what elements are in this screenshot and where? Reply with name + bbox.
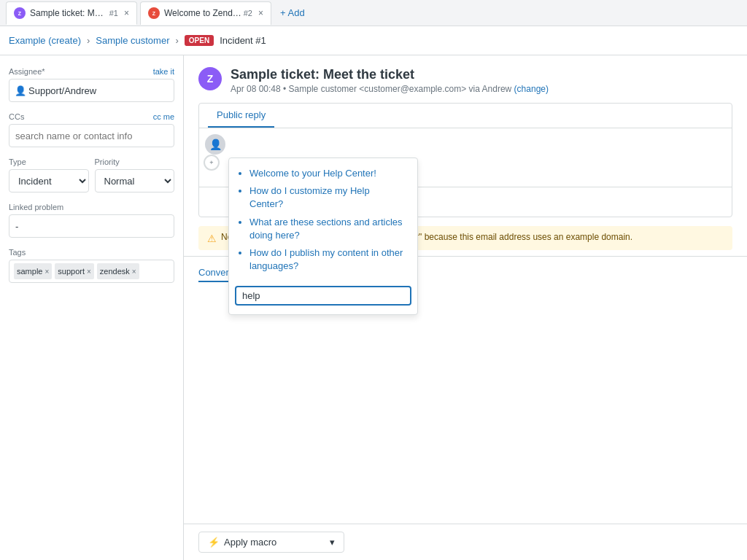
linked-problem-group: Linked problem	[9, 203, 174, 238]
breadcrumb-sep-1: ›	[87, 35, 90, 46]
linked-problem-input[interactable]	[9, 214, 174, 238]
user-icon: 👤	[15, 85, 26, 96]
tab-1-label: Sample ticket: Meet the ticket	[30, 8, 108, 18]
take-it-link[interactable]: take it	[153, 67, 174, 76]
tab-2-number: #2	[244, 9, 252, 18]
ticket-meta: Apr 08 00:48 • Sample customer <customer…	[231, 84, 549, 94]
svg-text:Z: Z	[152, 11, 156, 16]
tab-2-label: Welcome to Zendesk Talk!	[164, 8, 242, 18]
ticket-info: Sample ticket: Meet the ticket Apr 08 00…	[231, 67, 549, 94]
breadcrumb-bar: Example (create) › Sample customer › ope…	[0, 26, 747, 55]
tab-1-close[interactable]: ×	[124, 8, 129, 18]
tag-sample-close[interactable]: ×	[44, 268, 49, 276]
reply-tab-bar: Public reply	[199, 104, 732, 128]
assignee-group: Assignee* take it 👤	[9, 67, 174, 102]
tags-group: Tags sample × support × zendesk ×	[9, 248, 174, 283]
tab-icon-1: Z	[14, 7, 26, 19]
macro-label: Apply macro	[224, 537, 276, 548]
type-label: Type	[9, 158, 89, 166]
tab-1-number: #1	[109, 9, 118, 18]
suggestion-item-3[interactable]: What are these sections and articles doi…	[249, 216, 406, 242]
assignee-input-wrapper: 👤	[9, 79, 174, 102]
svg-text:Z: Z	[18, 11, 22, 16]
type-select[interactable]: Incident	[9, 169, 89, 192]
conversation-list	[184, 289, 747, 524]
main-layout: Assignee* take it 👤 CCs cc me Type	[0, 55, 747, 560]
assignee-label: Assignee* take it	[9, 67, 174, 76]
tab-ticket-1[interactable]: Z Sample ticket: Meet the ticket #1 ×	[6, 1, 137, 25]
priority-group: Priority Normal	[95, 158, 175, 192]
tag-zendesk: zendesk ×	[97, 263, 139, 279]
tab-2-close[interactable]: ×	[258, 8, 263, 18]
reply-avatar: 👤	[205, 134, 225, 155]
ccs-group: CCs cc me	[9, 112, 174, 147]
suggestion-item-2[interactable]: How do I customize my Help Center?	[249, 184, 406, 211]
cc-me-link[interactable]: cc me	[153, 112, 174, 121]
suggestion-item-4[interactable]: How do I publish my content in other lan…	[249, 246, 406, 273]
type-group: Type Incident	[9, 158, 89, 192]
tab-add-button[interactable]: + Add	[274, 7, 311, 18]
tag-zendesk-close[interactable]: ×	[132, 268, 136, 276]
sidebar: Assignee* take it 👤 CCs cc me Type	[0, 55, 184, 560]
reply-avatar-ring: +	[204, 155, 220, 171]
tag-support-close[interactable]: ×	[87, 268, 91, 276]
warning-icon: ⚠	[207, 233, 217, 244]
ticket-change-link[interactable]: (change)	[514, 84, 549, 94]
suggestions-popup: Welcome to your Help Center! How do I cu…	[228, 158, 418, 315]
breadcrumb-incident: Incident #1	[220, 35, 266, 46]
ticket-header: Z Sample ticket: Meet the ticket Apr 08 …	[184, 55, 747, 94]
macro-left: ⚡ Apply macro	[208, 537, 276, 548]
tab-ticket-2[interactable]: Z Welcome to Zendesk Talk! #2 ×	[140, 1, 271, 25]
linked-problem-label: Linked problem	[9, 203, 174, 211]
ccs-input[interactable]	[9, 124, 174, 147]
tags-label: Tags	[9, 248, 174, 257]
content-area: Z Sample ticket: Meet the ticket Apr 08 …	[184, 55, 747, 560]
type-priority-row: Type Incident Priority Normal	[9, 158, 174, 203]
reply-content[interactable]: 👤 + Welcome to your Help Center! How do …	[199, 128, 732, 187]
assignee-input[interactable]	[9, 79, 174, 102]
suggestion-search-input[interactable]	[235, 286, 411, 306]
tag-support: support ×	[55, 263, 94, 279]
tab-bar: Z Sample ticket: Meet the ticket #1 × Z …	[0, 0, 747, 26]
tags-container[interactable]: sample × support × zendesk ×	[9, 260, 174, 283]
ccs-label: CCs cc me	[9, 112, 174, 121]
suggestion-item-1[interactable]: Welcome to your Help Center!	[249, 167, 406, 180]
ticket-title: Sample ticket: Meet the ticket	[231, 67, 549, 82]
breadcrumb-customer[interactable]: Sample customer	[96, 35, 169, 46]
breadcrumb-example[interactable]: Example (create)	[9, 35, 81, 46]
ticket-avatar: Z	[198, 67, 222, 90]
macro-chevron: ▾	[330, 537, 335, 548]
tab-icon-2: Z	[148, 7, 160, 19]
reply-area: Public reply 👤 + Welcome to your Help Ce…	[198, 103, 732, 217]
tag-sample: sample ×	[14, 263, 52, 279]
flash-icon: ⚡	[208, 537, 220, 548]
priority-select[interactable]: Normal	[95, 169, 175, 192]
public-reply-tab[interactable]: Public reply	[208, 104, 274, 128]
status-badge: open	[185, 35, 214, 46]
priority-label: Priority	[95, 158, 175, 166]
breadcrumb-sep-2: ›	[175, 35, 178, 46]
macro-select[interactable]: ⚡ Apply macro ▾	[198, 532, 344, 553]
suggestion-list: Welcome to your Help Center! How do I cu…	[229, 164, 417, 283]
macro-bar: ⚡ Apply macro ▾	[184, 524, 747, 560]
suggestion-search	[229, 283, 417, 308]
